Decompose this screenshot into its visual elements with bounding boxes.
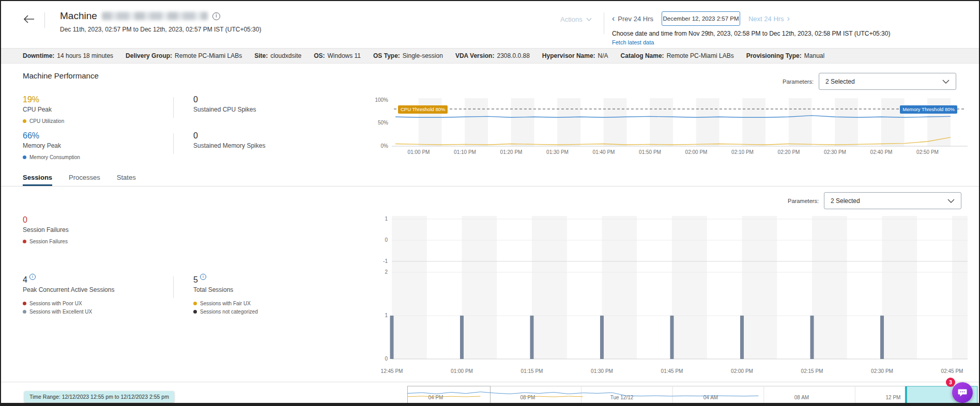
svg-text:08 PM: 08 PM	[520, 395, 535, 400]
parameters-label: Parameters:	[788, 198, 819, 204]
info-item-downtime: Downtime:14 hours 18 minutes	[23, 52, 113, 59]
machine-performance-chart: 100%50%0%01:00 PM01:10 PM01:20 PM01:30 P…	[370, 97, 978, 156]
svg-text:01:30 PM: 01:30 PM	[591, 368, 613, 374]
svg-text:0%: 0%	[381, 143, 389, 149]
stat-divider	[173, 276, 174, 298]
chevron-down-icon	[942, 80, 950, 84]
sessions-chart: 10-121012:45 PM01:00 PM01:15 PM01:30 PM0…	[370, 212, 978, 376]
parameters-value: 2 Selected	[825, 78, 855, 85]
time-navigation: ‹ Prev 24 Hrs December 12, 2023 2:57 PM …	[612, 11, 890, 46]
time-range-tooltip: Time Range: 12/12/2023 12:55 pm to 12/12…	[24, 391, 174, 402]
header-vertical-divider	[604, 12, 604, 34]
machine-name-redacted	[102, 12, 208, 20]
title-block: Machine i Dec 11th, 2023, 02:57 PM to De…	[60, 10, 261, 33]
svg-text:02:40 PM: 02:40 PM	[870, 149, 893, 155]
poor-ux-dot	[23, 302, 26, 305]
parameters-dropdown-sessions[interactable]: 2 Selected	[824, 192, 961, 209]
svg-text:02:10 PM: 02:10 PM	[731, 149, 754, 155]
prev-24hrs-label: Prev 24 Hrs	[618, 15, 653, 23]
parameters-value: 2 Selected	[831, 197, 860, 205]
datetime-value: December 12, 2023 2:57 PM	[663, 15, 739, 22]
svg-text:01:10 PM: 01:10 PM	[454, 149, 476, 155]
svg-text:-1: -1	[383, 258, 388, 264]
memory-threshold-badge: Memory Threshold 80%	[900, 105, 957, 114]
info-icon[interactable]: i	[200, 274, 206, 280]
parameters-label: Parameters:	[783, 79, 814, 85]
time-navigator[interactable]: 04 PM08 PMTue 12/1204 AM08 AM12 PM	[407, 386, 978, 404]
chevron-right-icon: ›	[787, 14, 790, 23]
svg-text:1: 1	[385, 313, 388, 318]
tab-processes[interactable]: Processes	[69, 174, 100, 186]
time-navigator-svg[interactable]: 04 PM08 PMTue 12/1204 AM08 AM12 PM	[407, 386, 978, 404]
info-item-vda-version: VDA Version:2308.0.0.88	[455, 52, 530, 59]
svg-text:02:15 PM: 02:15 PM	[801, 368, 823, 374]
svg-text:50%: 50%	[378, 120, 388, 126]
svg-text:12:45 PM: 12:45 PM	[381, 368, 403, 374]
svg-text:02:00 PM: 02:00 PM	[685, 149, 708, 155]
svg-text:01:45 PM: 01:45 PM	[661, 368, 683, 374]
svg-text:2: 2	[385, 269, 388, 275]
tab-sessions[interactable]: Sessions	[23, 174, 52, 186]
back-button[interactable]	[22, 13, 36, 26]
header-divider	[44, 12, 45, 28]
info-item-catalog: Catalog Name:Remote PC-Miami LABs	[621, 52, 734, 59]
info-item-hypervisor: Hypervisor Name:N/A	[542, 52, 608, 59]
info-item-os-type: OS Type:Single-session	[373, 52, 443, 59]
stat-memory-peak: 66% Memory Peak Memory Consumption	[23, 131, 80, 160]
info-item-site: Site:cloudxdsite	[254, 52, 301, 59]
svg-text:02:50 PM: 02:50 PM	[916, 149, 939, 155]
stat-divider	[173, 133, 174, 154]
actions-label: Actions	[560, 15, 583, 23]
next-24hrs-button[interactable]: Next 24 Hrs ›	[748, 14, 790, 23]
tab-states[interactable]: States	[117, 174, 136, 186]
assistant-chat-button[interactable]	[952, 382, 973, 403]
stat-peak-concurrent-sessions: 4i Peak Concurrent Active Sessions Sessi…	[23, 275, 114, 315]
notification-badge[interactable]: 3	[946, 378, 955, 387]
excellent-ux-dot	[23, 310, 26, 314]
date-range-hint: Choose date and time from Nov 29th, 2023…	[612, 30, 890, 37]
parameters-dropdown-performance[interactable]: 2 Selected	[819, 73, 956, 90]
svg-text:04 PM: 04 PM	[428, 395, 443, 400]
svg-text:01:00 PM: 01:00 PM	[451, 368, 473, 374]
svg-text:12 PM: 12 PM	[886, 395, 901, 400]
cpu-utilization-dot	[23, 119, 26, 123]
svg-text:02:30 PM: 02:30 PM	[824, 149, 846, 155]
memory-consumption-dot	[23, 155, 26, 159]
svg-text:08 AM: 08 AM	[794, 395, 809, 400]
sessions-parameters: Parameters: 2 Selected	[788, 192, 961, 209]
datetime-picker[interactable]: December 12, 2023 2:57 PM	[662, 11, 740, 26]
report-date-range: Dec 11th, 2023, 02:57 PM to Dec 12th, 20…	[60, 26, 261, 33]
stat-session-failures: 0 Session Failures Session Failures	[23, 215, 69, 244]
stat-divider	[173, 97, 174, 118]
chevron-left-icon: ‹	[612, 14, 615, 23]
machine-info-icon[interactable]: i	[212, 12, 220, 20]
footer-divider	[1, 382, 979, 382]
svg-text:01:30 PM: 01:30 PM	[546, 149, 569, 155]
chat-bubble-icon	[957, 387, 968, 398]
prev-24hrs-button[interactable]: ‹ Prev 24 Hrs	[612, 14, 653, 23]
svg-text:01:00 PM: 01:00 PM	[408, 149, 430, 155]
fetch-latest-data-link[interactable]: Fetch latest data	[612, 39, 654, 45]
stat-total-sessions: 5i Total Sessions Sessions with Fair UX …	[193, 275, 258, 315]
machine-info-bar: Downtime:14 hours 18 minutes Delivery Gr…	[1, 48, 979, 64]
page-title: Machine	[60, 10, 97, 22]
not-categorized-dot	[193, 310, 197, 314]
svg-text:02:45 PM: 02:45 PM	[941, 368, 963, 374]
svg-text:01:50 PM: 01:50 PM	[639, 149, 661, 155]
svg-text:0: 0	[385, 237, 388, 243]
info-item-delivery-group: Delivery Group:Remote PC-Miami LABs	[126, 52, 242, 59]
stat-sustained-memory-spikes: 0 Sustained Memory Spikes	[193, 131, 265, 149]
sessions-chart-svg: 10-121012:45 PM01:00 PM01:15 PM01:30 PM0…	[370, 212, 978, 376]
svg-text:02:30 PM: 02:30 PM	[871, 368, 893, 374]
svg-text:02:20 PM: 02:20 PM	[778, 149, 800, 155]
stat-sustained-cpu-spikes: 0 Sustained CPU Spikes	[193, 95, 256, 113]
info-icon[interactable]: i	[29, 274, 36, 280]
fair-ux-dot	[193, 302, 197, 305]
svg-text:100%: 100%	[375, 97, 388, 103]
next-24hrs-label: Next 24 Hrs	[748, 15, 784, 23]
stat-cpu-peak: 19% CPU Peak CPU Utilization	[23, 95, 64, 124]
performance-chart-svg: 100%50%0%01:00 PM01:10 PM01:20 PM01:30 P…	[370, 97, 978, 156]
detail-tabs: Sessions Processes States	[23, 174, 136, 186]
machine-statistics-page: Machine i Dec 11th, 2023, 02:57 PM to De…	[0, 0, 980, 406]
actions-button[interactable]: Actions	[560, 15, 592, 23]
